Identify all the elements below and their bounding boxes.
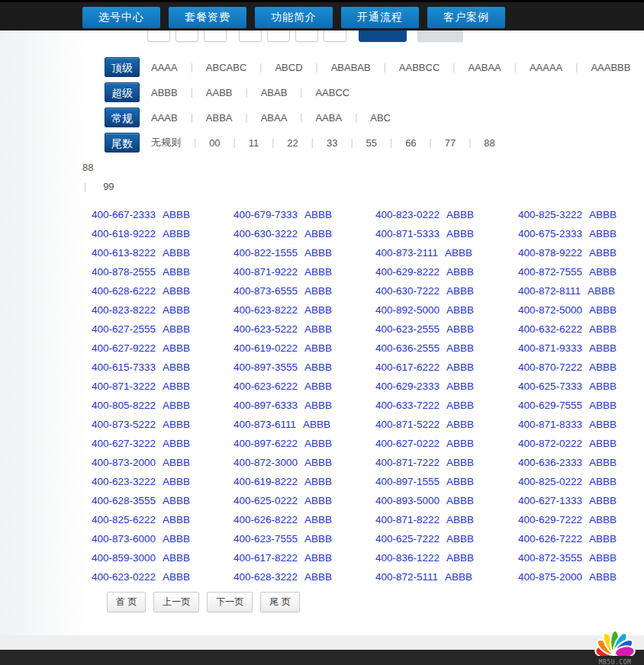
filter-option[interactable]: ABC — [370, 112, 391, 124]
phone-number-link[interactable]: 400-619-8222ABBB — [233, 472, 375, 491]
filter-category-regular-button[interactable]: 常规 — [105, 108, 140, 127]
phone-number-link[interactable]: 400-636-2333ABBB — [518, 453, 644, 472]
filter-option[interactable]: 无规则 — [151, 136, 181, 149]
nav-button[interactable]: 选号中心 — [82, 7, 160, 28]
phone-number-link[interactable]: 400-872-7555ABBB — [518, 262, 644, 281]
phone-number-link[interactable]: 400-823-0222ABBB — [375, 205, 518, 224]
phone-number-link[interactable]: 400-675-2333ABBB — [518, 224, 644, 243]
phone-number-link[interactable]: 400-632-6222ABBB — [518, 320, 644, 339]
filter-category-top-button[interactable]: 顶级 — [105, 57, 140, 77]
filter-option[interactable]: ABAA — [261, 112, 288, 124]
filter-option[interactable]: AAAA — [151, 62, 178, 73]
phone-number-link[interactable]: 400-871-5333ABBB — [375, 224, 518, 243]
phone-number-link[interactable]: 400-825-0222ABBB — [518, 472, 644, 491]
filter-option[interactable]: ABCABC — [206, 62, 246, 73]
filter-option[interactable]: ABABAB — [331, 62, 371, 73]
phone-number-link[interactable]: 400-873-2000ABBB — [92, 453, 233, 472]
pagination-first-button[interactable]: 首 页 — [107, 592, 146, 612]
phone-number-link[interactable]: 400-623-8222ABBB — [233, 300, 375, 320]
phone-number-link[interactable]: 400-630-7222ABBB — [375, 281, 518, 300]
phone-number-link[interactable]: 400-615-7333ABBB — [92, 358, 233, 377]
phone-number-link[interactable]: 400-893-5000ABBB — [375, 491, 518, 510]
phone-number-link[interactable]: 400-629-8222ABBB — [375, 262, 518, 281]
phone-number-link[interactable]: 400-871-8333ABBB — [518, 415, 644, 434]
filter-option[interactable]: AAAB — [151, 112, 178, 124]
phone-number-link[interactable]: 400-805-8222ABBB — [92, 396, 233, 415]
phone-number-link[interactable]: 400-679-7333ABBB — [233, 205, 375, 224]
phone-number-link[interactable]: 400-871-9333ABBB — [518, 339, 644, 358]
phone-number-link[interactable]: 400-623-6222ABBB — [233, 377, 375, 396]
filter-option[interactable]: AABA — [315, 112, 342, 124]
filter-option[interactable]: 11 — [249, 137, 259, 149]
phone-number-link[interactable]: 400-628-6222ABBB — [92, 281, 233, 300]
phone-number-link[interactable]: 400-822-1555ABBB — [233, 243, 375, 262]
phone-number-link[interactable]: 400-629-2333ABBB — [375, 377, 518, 396]
filter-option[interactable]: ABCD — [275, 62, 302, 73]
filter-option[interactable]: AAAAA — [530, 62, 562, 73]
phone-number-link[interactable]: 400-836-1222ABBB — [375, 548, 518, 567]
phone-number-link[interactable]: 400-627-3222ABBB — [92, 434, 233, 453]
phone-number-link[interactable]: 400-626-8222ABBB — [233, 510, 375, 529]
filter-option[interactable]: AABB — [206, 87, 233, 98]
filter-option[interactable]: ABBB — [151, 87, 178, 98]
phone-number-link[interactable]: 400-617-8222ABBB — [233, 548, 375, 567]
filter-category-super-button[interactable]: 超级 — [105, 82, 140, 102]
filter-option[interactable]: 66 — [405, 137, 416, 149]
phone-number-link[interactable]: 400-628-3555ABBB — [92, 491, 233, 510]
pagination-next-button[interactable]: 下一页 — [207, 592, 253, 612]
phone-number-link[interactable]: 400-873-6555ABBB — [233, 281, 375, 300]
filter-option[interactable]: ABBA — [206, 112, 233, 124]
filter-option[interactable]: ABAB — [261, 87, 288, 98]
phone-number-link[interactable]: 400-619-0222ABBB — [233, 339, 375, 358]
filter-option[interactable]: AABCC — [315, 87, 349, 98]
phone-number-link[interactable]: 400-871-9222ABBB — [233, 262, 375, 281]
phone-number-link[interactable]: 400-873-2111ABBB — [375, 243, 518, 262]
phone-number-link[interactable]: 400-871-3222ABBB — [92, 377, 233, 396]
phone-number-link[interactable]: 400-872-3555ABBB — [518, 548, 644, 567]
phone-number-link[interactable]: 400-871-5222ABBB — [375, 415, 518, 434]
filter-option[interactable]: 99 — [103, 181, 114, 192]
phone-number-link[interactable]: 400-897-6222ABBB — [233, 434, 375, 453]
phone-number-link[interactable]: 400-873-6000ABBB — [92, 529, 233, 548]
phone-number-link[interactable]: 400-636-2555ABBB — [375, 339, 518, 358]
phone-number-link[interactable]: 400-878-2555ABBB — [92, 262, 233, 281]
filter-option[interactable]: 22 — [287, 137, 298, 149]
filter-category-tail-button[interactable]: 尾数 — [105, 133, 140, 153]
phone-number-link[interactable]: 400-892-5000ABBB — [375, 300, 518, 320]
phone-number-link[interactable]: 400-872-5111ABBB — [375, 567, 518, 586]
nav-button[interactable]: 开通流程 — [341, 7, 419, 28]
phone-number-link[interactable]: 400-617-6222ABBB — [375, 358, 518, 377]
filter-option[interactable]: 00 — [209, 137, 220, 149]
phone-number-link[interactable]: 400-897-1555ABBB — [375, 472, 518, 491]
filter-option[interactable]: AAABBB — [591, 62, 630, 73]
filter-option[interactable]: 55 — [366, 137, 377, 149]
phone-number-link[interactable]: 400-626-7222ABBB — [518, 529, 644, 548]
phone-number-link[interactable]: 400-630-3222ABBB — [233, 224, 375, 243]
phone-number-link[interactable]: 400-897-6333ABBB — [233, 396, 375, 415]
phone-number-link[interactable]: 400-623-3222ABBB — [92, 472, 233, 491]
phone-number-link[interactable]: 400-613-8222ABBB — [92, 243, 233, 262]
phone-number-link[interactable]: 400-872-0222ABBB — [518, 434, 644, 453]
phone-number-link[interactable]: 400-825-6222ABBB — [92, 510, 233, 529]
phone-number-link[interactable]: 400-667-2333ABBB — [92, 205, 233, 224]
pagination-prev-button[interactable]: 上一页 — [153, 592, 199, 612]
filter-option[interactable]: 77 — [445, 137, 456, 149]
filter-option[interactable]: AABAA — [468, 62, 501, 73]
phone-number-link[interactable]: 400-871-8222ABBB — [375, 510, 518, 529]
phone-number-link[interactable]: 400-625-7222ABBB — [375, 529, 518, 548]
nav-button[interactable]: 套餐资费 — [169, 7, 246, 28]
phone-number-link[interactable]: 400-623-7555ABBB — [233, 529, 375, 548]
phone-number-link[interactable]: 400-825-3222ABBB — [518, 205, 644, 224]
phone-number-link[interactable]: 400-870-7222ABBB — [518, 358, 644, 377]
phone-number-link[interactable]: 400-859-3000ABBB — [92, 548, 233, 567]
phone-number-link[interactable]: 400-872-8111ABBB — [518, 281, 644, 300]
phone-number-link[interactable]: 400-618-9222ABBB — [92, 224, 233, 243]
phone-number-link[interactable]: 400-897-3555ABBB — [233, 358, 375, 377]
phone-number-link[interactable]: 400-625-7333ABBB — [518, 377, 644, 396]
phone-number-link[interactable]: 400-871-7222ABBB — [375, 453, 518, 472]
pagination-last-button[interactable]: 尾 页 — [260, 592, 299, 612]
phone-number-link[interactable]: 400-623-0222ABBB — [92, 567, 233, 586]
filter-option[interactable]: 88 — [82, 162, 93, 173]
phone-number-link[interactable]: 400-872-5000ABBB — [518, 300, 644, 320]
phone-number-link[interactable]: 400-873-6111ABBB — [233, 415, 375, 434]
